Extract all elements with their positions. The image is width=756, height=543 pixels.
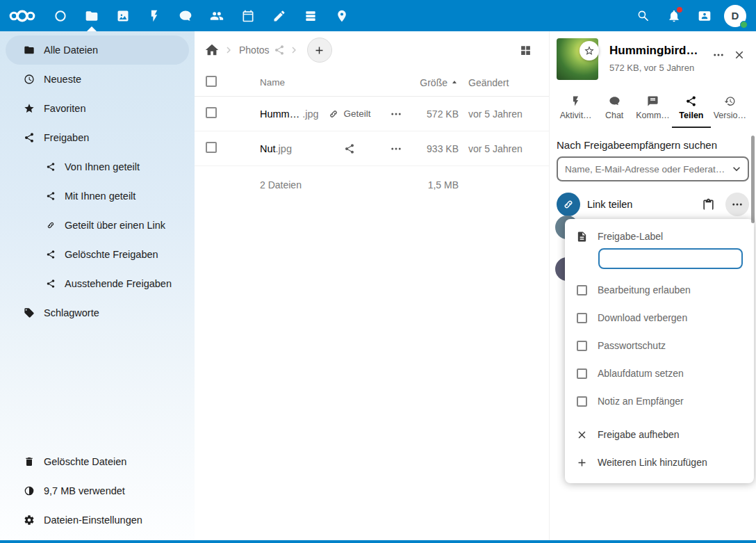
header-bar: D [0,0,756,31]
table-row[interactable]: Nut.jpg 933 KB vor 5 Jahren [195,131,549,166]
checkbox[interactable] [577,341,587,351]
folder-share-icon[interactable] [274,44,285,56]
sidebar-item-shares[interactable]: Freigaben [6,123,189,152]
sidebar-item-shared-with-you[interactable]: Mit Ihnen geteilt [6,181,189,211]
notification-badge [677,7,682,13]
sidebar-item-label: Freigaben [44,132,89,143]
unified-search-icon[interactable] [628,0,659,31]
details-actions-menu[interactable] [709,45,728,65]
file-size: 933 KB [411,143,468,154]
file-modified: vor 5 Jahren [468,108,538,120]
chat-bubble-icon [609,95,621,107]
column-header-name[interactable]: Name [260,77,318,88]
checkbox[interactable] [577,396,587,407]
favorite-button[interactable] [580,41,599,60]
link-share-menu-button[interactable] [725,193,749,216]
app-menu [44,0,357,31]
sidebar-item-files-settings[interactable]: Dateien-Einstellungen [6,505,189,535]
menu-option-hide-download[interactable]: Download verbergen [576,304,743,332]
share-icon [24,132,35,143]
menu-option-allow-editing[interactable]: Bearbeitung erlauben [576,276,743,304]
nextcloud-logo[interactable] [0,0,44,31]
checkbox[interactable] [577,313,587,323]
share-recipient-input[interactable] [557,156,749,181]
details-header-actions [709,38,749,80]
sidebar-item-pending-shares[interactable]: Ausstehende Freigaben [6,269,189,298]
sidebar-item-quota[interactable]: 9,7 MB verwendet [6,476,189,505]
contacts-menu-button[interactable] [689,0,720,31]
sidebar-item-deleted-shares[interactable]: Gelöschte Freigaben [6,240,189,269]
app-photos-icon[interactable] [107,0,138,31]
tab-comments[interactable]: Komm… [634,91,672,128]
user-avatar[interactable]: D [724,5,746,27]
tab-activity[interactable]: Aktivit… [557,91,595,128]
select-all-checkbox[interactable] [206,76,217,87]
checkbox[interactable] [577,285,587,295]
address-book-icon [698,9,712,23]
sidebar-item-label: Gelöschte Dateien [44,456,126,467]
row-actions-menu-icon[interactable] [390,108,402,120]
sidebar-item-tags[interactable]: Schlagworte [6,298,189,327]
share-icon [46,250,56,259]
tab-chat[interactable]: Chat [595,91,633,128]
file-size: 572 KB [411,108,468,120]
app-files-icon[interactable] [76,0,107,31]
menu-option-expiration-date[interactable]: Ablaufdatum setzen [576,359,743,387]
sidebar-item-shared-by-you[interactable]: Von Ihnen geteilt [6,152,189,181]
tab-sharing[interactable]: Teilen [672,91,710,128]
app-talk-icon[interactable] [170,0,201,31]
menu-option-note-to-recipient[interactable]: Notiz an Empfänger [576,387,743,415]
menu-action-add-another-link[interactable]: Weiteren Link hinzufügen [576,448,743,476]
column-header-size[interactable]: Größe [411,77,468,88]
shared-status[interactable] [318,143,381,154]
details-scrollbar[interactable] [751,136,755,223]
tab-versions[interactable]: Versio… [711,91,749,128]
details-tabs: Aktivit… Chat Komm… Teilen Versio… [557,91,749,128]
notifications-button[interactable] [659,0,689,31]
sidebar-item-label: Mit Ihnen geteilt [65,191,135,202]
app-maps-icon[interactable] [326,0,357,31]
app-deck-icon[interactable] [295,0,326,31]
sidebar-item-recent[interactable]: Neueste [6,65,189,94]
share-link-menu: Freigabe-Label Bearbeitung erlauben Down… [565,219,754,483]
tag-icon [24,307,35,318]
app-dashboard-icon[interactable] [44,0,76,31]
app-calendar-icon[interactable] [232,0,263,31]
file-details-sidebar: Hummingbird… 572 KB, vor 5 Jahren Aktivi… [549,31,756,540]
close-icon [576,429,588,441]
menu-option-password-protect[interactable]: Passwortschutz [576,332,743,359]
details-header: Hummingbird… 572 KB, vor 5 Jahren [557,38,749,80]
share-search-label: Nach Freigabeempfängern suchen [557,139,749,151]
share-icon [46,191,56,201]
sidebar-item-label: Geteilt über einen Link [65,220,165,231]
share-label-input[interactable] [598,248,743,269]
app-notes-icon[interactable] [263,0,295,31]
details-close-button[interactable] [730,45,749,65]
sidebar-item-shared-by-link[interactable]: Geteilt über einen Link [6,211,189,240]
column-header-modified[interactable]: Geändert [468,77,538,88]
home-icon[interactable] [204,42,220,58]
file-list-header: Name Größe Geändert [195,69,549,97]
menu-action-unshare[interactable]: Freigabe aufheben [576,421,743,448]
row-actions-menu-icon[interactable] [390,143,402,155]
row-checkbox[interactable] [206,142,217,153]
chevron-down-icon[interactable] [730,162,743,176]
link-icon [328,108,339,120]
row-checkbox[interactable] [206,107,217,118]
share-recipient-combobox [557,156,749,181]
sidebar-item-favorites[interactable]: Favoriten [6,94,189,123]
share-icon [46,162,56,172]
grid-view-toggle[interactable] [513,38,538,63]
breadcrumb-folder[interactable]: Photos [239,44,270,56]
app-contacts-icon[interactable] [201,0,232,31]
app-activity-icon[interactable] [138,0,170,31]
table-row[interactable]: Humm… .jpg Geteilt 572 KB vor 5 Jahren [195,97,549,131]
copy-link-button[interactable] [698,194,718,215]
checkbox[interactable] [577,368,587,379]
activity-icon [147,9,161,23]
new-file-button[interactable] [307,38,332,63]
lightning-icon [570,95,582,107]
sidebar-item-all-files[interactable]: Alle Dateien [6,35,189,65]
sidebar-item-deleted-files[interactable]: Gelöschte Dateien [6,447,189,476]
shared-status[interactable]: Geteilt [318,108,381,120]
